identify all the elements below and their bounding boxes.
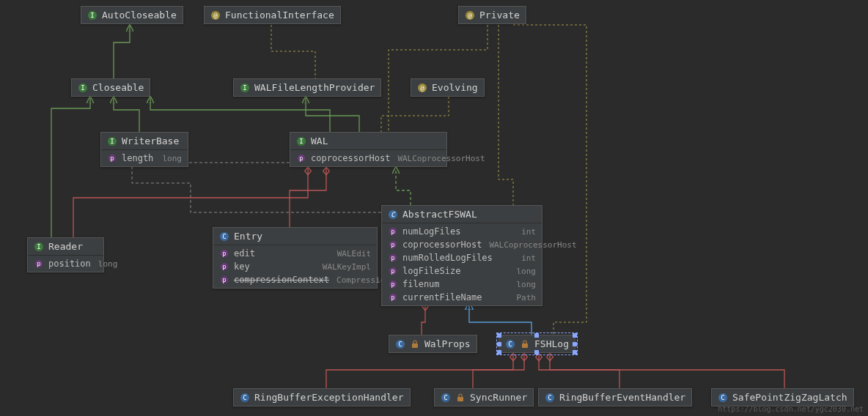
- attr-name: numLogFiles: [402, 226, 460, 237]
- property-icon: p: [388, 292, 398, 302]
- svg-text:p: p: [223, 277, 227, 283]
- node-safepointzigzaglatch[interactable]: C SafePointZigZagLatch: [711, 388, 854, 406]
- attr-type: long: [163, 154, 183, 163]
- selection-handle[interactable]: [573, 333, 577, 338]
- node-walprops[interactable]: C WalProps: [389, 335, 477, 353]
- svg-text:I: I: [299, 138, 303, 145]
- interface-icon: I: [78, 83, 88, 93]
- property-icon: p: [388, 239, 398, 250]
- selection-handle[interactable]: [497, 342, 501, 346]
- node-wal[interactable]: I WAL p coprocessorHost WALCoprocessorHo…: [290, 132, 447, 167]
- attr-type: long: [517, 280, 537, 289]
- attr-row: p coprocessorHost WALCoprocessorHost: [290, 152, 446, 165]
- svg-text:I: I: [110, 138, 114, 145]
- node-title: RingBufferExceptionHandler: [254, 392, 404, 403]
- attr-type: Path: [517, 293, 537, 302]
- node-ringbuffereventhandler[interactable]: C RingBufferEventHandler: [538, 388, 692, 406]
- selection-handle[interactable]: [497, 350, 501, 354]
- svg-text:p: p: [391, 242, 395, 248]
- class-icon: C: [545, 393, 555, 403]
- node-title: WriterBase: [122, 135, 179, 146]
- attr-name: logFileSize: [402, 266, 460, 276]
- node-title: FunctionalInterface: [225, 10, 334, 21]
- node-entry[interactable]: C Entry pedit WALEdit pkey WALKeyImpl pc…: [213, 227, 378, 289]
- annotation-icon: @: [210, 10, 221, 21]
- abstract-class-icon: C: [388, 209, 398, 220]
- svg-text:C: C: [243, 394, 246, 401]
- svg-text:p: p: [223, 250, 227, 257]
- selection-handle[interactable]: [573, 342, 577, 346]
- property-icon: p: [388, 226, 398, 237]
- attr-name: coprocessorHost: [402, 239, 482, 250]
- attr-name: coprocessorHost: [311, 153, 390, 163]
- attr-row: p length long: [101, 152, 188, 165]
- node-title: Entry: [234, 231, 262, 242]
- svg-text:p: p: [391, 255, 395, 261]
- interface-icon: I: [87, 10, 98, 21]
- node-functionalinterface[interactable]: @ FunctionalInterface: [204, 6, 341, 24]
- svg-text:C: C: [721, 394, 724, 401]
- node-title: WAL: [311, 135, 328, 146]
- watermark: https://blog.csdn.net/ygc2030.net: [718, 405, 864, 413]
- attr-row: pkey WALKeyImpl: [213, 260, 377, 273]
- selection-handle[interactable]: [534, 350, 539, 354]
- svg-text:p: p: [391, 268, 395, 275]
- class-icon: C: [395, 339, 405, 349]
- svg-text:C: C: [548, 394, 551, 401]
- node-title: WalProps: [424, 338, 471, 349]
- attr-type: WALCoprocessorHost: [397, 154, 485, 163]
- node-writerbase[interactable]: I WriterBase p length long: [100, 132, 188, 167]
- attr-type: WALKeyImpl: [323, 262, 371, 272]
- svg-rect-48: [412, 343, 418, 348]
- node-title: WALFileLengthProvider: [254, 82, 375, 93]
- annotation-icon: @: [417, 83, 427, 93]
- attr-row: pfilenumlong: [382, 278, 542, 291]
- svg-text:p: p: [300, 155, 304, 162]
- node-evolving[interactable]: @ Evolving: [411, 78, 485, 97]
- node-private[interactable]: @ Private: [458, 6, 526, 24]
- selection-handle[interactable]: [497, 333, 501, 338]
- attr-name: position: [48, 259, 91, 269]
- node-reader[interactable]: I Reader p position long: [27, 237, 104, 272]
- property-icon: p: [388, 266, 398, 276]
- attr-name: length: [122, 153, 153, 163]
- lock-icon: [410, 339, 420, 349]
- svg-text:C: C: [222, 233, 226, 240]
- node-title: AbstractFSWAL: [402, 209, 477, 220]
- property-icon: p: [388, 279, 398, 289]
- lock-icon: [520, 339, 530, 349]
- attr-row: pcurrentFileNamePath: [382, 291, 542, 304]
- selection-handle[interactable]: [534, 333, 539, 338]
- svg-text:p: p: [111, 155, 114, 162]
- svg-text:I: I: [81, 84, 84, 92]
- attr-name: compressionContext: [234, 275, 329, 285]
- node-title: SafePointZigZagLatch: [732, 392, 847, 403]
- attr-row: pnumLogFilesint: [382, 225, 542, 238]
- node-syncrunner[interactable]: C SyncRunner: [434, 388, 534, 406]
- property-icon: p: [34, 259, 44, 269]
- selection-handle[interactable]: [573, 350, 577, 354]
- node-closeable[interactable]: I Closeable: [71, 78, 150, 97]
- class-icon: C: [240, 393, 250, 403]
- property-icon: p: [219, 275, 229, 285]
- node-autocloseable[interactable]: I AutoCloseable: [81, 6, 183, 24]
- svg-text:I: I: [90, 12, 94, 19]
- svg-text:@: @: [420, 84, 424, 92]
- attr-type: WALCoprocessorHost: [489, 240, 576, 250]
- node-ringbufferexceptionhandler[interactable]: C RingBufferExceptionHandler: [233, 388, 411, 406]
- annotation-icon: @: [465, 10, 475, 21]
- node-title: FSHLog: [534, 338, 569, 349]
- svg-text:@: @: [213, 12, 218, 19]
- node-abstractfswal[interactable]: C AbstractFSWAL pnumLogFilesint pcoproce…: [381, 205, 542, 306]
- svg-text:C: C: [508, 341, 512, 348]
- class-icon: C: [219, 231, 229, 242]
- svg-text:p: p: [391, 229, 395, 235]
- node-fshlog[interactable]: C FSHLog: [499, 335, 575, 353]
- attr-type: long: [98, 259, 118, 269]
- svg-rect-56: [457, 397, 463, 401]
- svg-rect-51: [522, 343, 528, 348]
- attr-row: plogFileSizelong: [382, 264, 542, 278]
- svg-text:@: @: [468, 12, 472, 19]
- node-walfilelengthprovider[interactable]: I WALFileLengthProvider: [233, 78, 381, 97]
- property-icon: p: [107, 153, 117, 163]
